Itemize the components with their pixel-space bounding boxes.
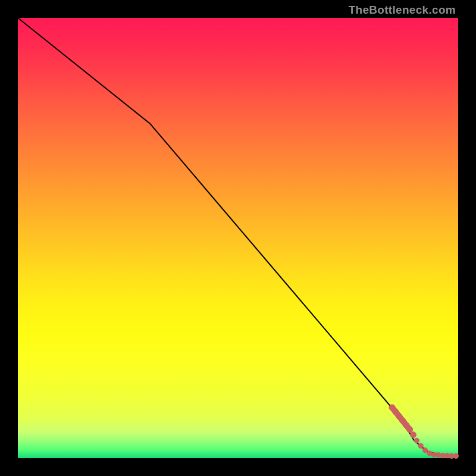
marker-dot [453,453,458,458]
chart-svg [18,18,458,458]
marker-dot [407,427,413,433]
attribution-text: TheBottleneck.com [349,4,456,17]
curve-line [18,18,458,456]
marker-dot [411,432,416,438]
marker-dot [414,438,419,443]
marker-dot [422,448,427,453]
marker-layer [389,405,459,459]
marker-dot [418,443,423,448]
